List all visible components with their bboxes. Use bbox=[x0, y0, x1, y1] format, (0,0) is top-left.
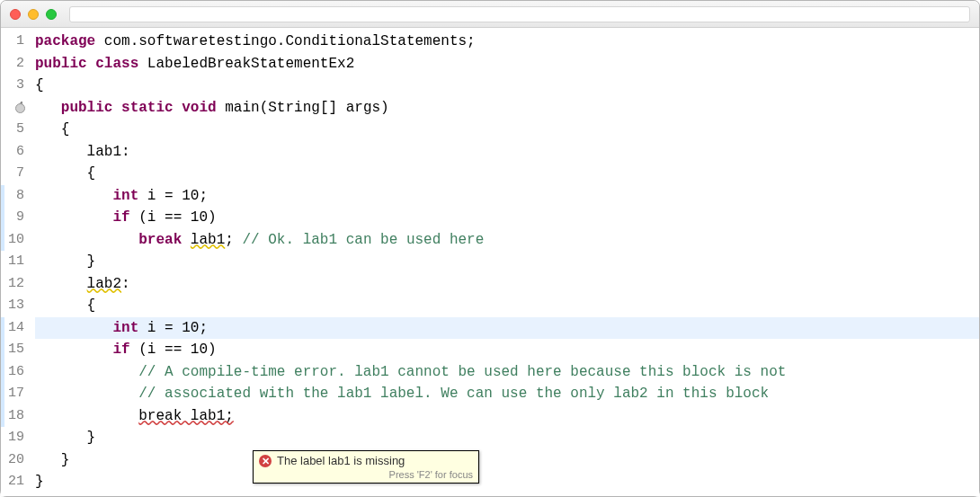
code-line[interactable]: } bbox=[35, 251, 979, 273]
code-line[interactable]: { bbox=[35, 75, 979, 97]
code-line[interactable]: package com.softwaretestingo.Conditional… bbox=[35, 31, 979, 53]
line-number: 9 bbox=[1, 207, 24, 229]
line-number: 20 bbox=[1, 449, 24, 472]
line-number: 15 bbox=[1, 339, 24, 361]
line-number: 18 bbox=[1, 405, 24, 428]
editor-window: 123456789101112131415161718192021 packag… bbox=[0, 0, 980, 497]
code-line[interactable]: if (i == 10) bbox=[35, 207, 979, 229]
line-number: 1 bbox=[1, 31, 24, 53]
line-number: 13 bbox=[1, 295, 24, 317]
window-controls bbox=[10, 9, 57, 20]
tooltip-message-row: ✕ The label lab1 is missing bbox=[259, 454, 473, 467]
code-line[interactable]: public static void main(String[] args) bbox=[35, 97, 979, 120]
code-line[interactable]: { bbox=[35, 163, 979, 185]
code-line[interactable]: } bbox=[35, 427, 979, 449]
line-number-gutter: 123456789101112131415161718192021 bbox=[1, 28, 28, 496]
code-line[interactable]: break lab1; // Ok. lab1 can be used here bbox=[35, 229, 979, 252]
line-number: 7 bbox=[1, 163, 24, 185]
line-number: 14 bbox=[1, 317, 24, 340]
code-line[interactable]: lab1: bbox=[35, 141, 979, 164]
minimize-button[interactable] bbox=[28, 9, 39, 20]
line-number: 4 bbox=[1, 97, 24, 120]
code-editor[interactable]: 123456789101112131415161718192021 packag… bbox=[1, 28, 979, 496]
line-number: 11 bbox=[1, 251, 24, 273]
code-line[interactable]: } bbox=[35, 449, 979, 472]
code-area[interactable]: package com.softwaretestingo.Conditional… bbox=[28, 28, 979, 496]
code-line[interactable]: if (i == 10) bbox=[35, 339, 979, 361]
code-line[interactable]: // A compile-time error. lab1 cannot be … bbox=[35, 361, 979, 384]
tooltip-message: The label lab1 is missing bbox=[277, 454, 405, 467]
line-number: 17 bbox=[1, 383, 24, 405]
code-line[interactable]: lab2: bbox=[35, 273, 979, 296]
line-number: 10 bbox=[1, 229, 24, 252]
error-icon: ✕ bbox=[259, 455, 272, 467]
code-line[interactable]: { bbox=[35, 295, 979, 317]
zoom-button[interactable] bbox=[46, 9, 57, 20]
line-number: 12 bbox=[1, 273, 24, 296]
title-field[interactable] bbox=[69, 6, 970, 22]
line-number: 8 bbox=[1, 185, 24, 208]
titlebar bbox=[1, 1, 979, 28]
line-number: 6 bbox=[1, 141, 24, 164]
code-line[interactable]: int i = 10; bbox=[35, 317, 979, 340]
error-tooltip[interactable]: ✕ The label lab1 is missing Press 'F2' f… bbox=[253, 450, 479, 484]
line-number: 21 bbox=[1, 471, 24, 493]
line-number: 19 bbox=[1, 427, 24, 449]
code-line[interactable]: // associated with the lab1 label. We ca… bbox=[35, 383, 979, 405]
code-line[interactable]: break lab1; bbox=[35, 405, 979, 428]
code-line[interactable]: public class LabeledBreakStatementEx2 bbox=[35, 53, 979, 75]
tooltip-hint: Press 'F2' for focus bbox=[259, 469, 473, 480]
line-number: 2 bbox=[1, 53, 24, 75]
line-number: 3 bbox=[1, 75, 24, 97]
line-number: 16 bbox=[1, 361, 24, 384]
code-line[interactable]: } bbox=[35, 471, 979, 493]
code-line[interactable]: int i = 10; bbox=[35, 185, 979, 208]
code-line[interactable]: { bbox=[35, 119, 979, 141]
line-number: 5 bbox=[1, 119, 24, 141]
close-button[interactable] bbox=[10, 9, 21, 20]
